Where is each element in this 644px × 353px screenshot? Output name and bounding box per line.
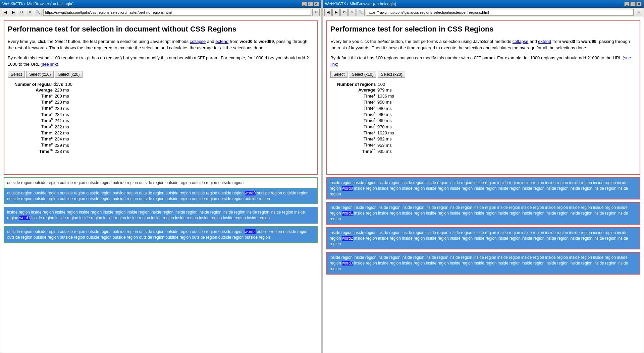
time9-value-left: 229 ms [55,143,69,148]
time7-row-left: Time7 232 ms [14,130,314,135]
forward-btn-right[interactable]: ▶ [332,9,340,16]
see-link-right[interactable]: see link [330,55,631,67]
word0-left: word0 [240,39,253,44]
forward-btn-left[interactable]: ▶ [10,9,17,16]
time9-row-right: Time9 953 ms [337,142,636,148]
average-label-right: Average [337,87,377,93]
browser-content-left: Performance test for selection in docume… [0,17,321,353]
time9-label-left: Time9 [14,142,55,148]
maximize-btn-right[interactable]: □ [630,2,636,6]
search-btn-right[interactable]: 🔍 [357,9,365,16]
url-input-left[interactable] [45,10,309,14]
reload-btn-right[interactable]: ↺ [340,9,348,16]
word2-highlight-right: word2 [342,236,353,241]
time2-label-left: Time2 [14,99,55,105]
time3-row-left: Time3 230 ms [14,105,314,111]
outside-text-left: outside region outside region outside re… [7,191,245,195]
time10-label-left: Time10 [14,149,55,154]
get-code-left: GET [198,56,205,60]
select-btn-right[interactable]: Select [330,71,347,78]
number-row-right: Number of regions 100 [337,82,636,87]
search-btn-left[interactable]: 🔍 [34,9,42,16]
select10-btn-right[interactable]: Select (x10) [349,71,376,78]
time1-row-right: Time1 1036 ms [337,93,636,99]
time4-value-left: 234 ms [55,112,69,117]
region-outside-0-blue-left: outside region outside region outside re… [4,188,318,204]
time3-value-left: 230 ms [55,106,69,111]
time2-label-right: Time2 [337,99,377,105]
number-row-left: Number of regular divs 100 [14,82,314,87]
time1-row-left: Time1 200 ms [14,93,314,99]
go-btn-left[interactable]: ↩ [312,9,320,16]
back-btn-right[interactable]: ◀ [324,9,332,16]
time10-row-left: Time10 223 ms [14,149,314,154]
time1-value-right: 1036 ms [377,94,394,99]
page-outer-left: Performance test for selection in docume… [4,20,318,175]
back-btn-left[interactable]: ◀ [2,9,9,16]
collapse-link-right[interactable]: collapse [513,39,529,44]
time10-value-right: 935 ms [377,149,392,154]
time6-row-right: Time6 970 ms [337,124,636,129]
divs-code-left: divs [76,56,86,60]
region-outside-0-left: outside region outside region outside re… [4,177,318,188]
select-btn-left[interactable]: Select [8,71,25,78]
number-label-left: Number of regular divs [14,82,65,87]
time8-value-left: 234 ms [55,136,69,141]
time3-value-right: 980 ms [377,106,392,111]
average-value-left: 228 ms [55,87,69,93]
select20-btn-left[interactable]: Select (x20) [55,71,83,78]
close-btn-right[interactable]: ✕ [636,2,642,6]
region-3-right: inside region inside region inside regio… [326,252,640,274]
word2-highlight-left: word2 [245,229,256,234]
time5-label-right: Time5 [337,118,377,123]
url-input-right[interactable] [368,10,632,14]
minimize-btn-right[interactable]: _ [624,2,630,6]
extend-link-left[interactable]: extend [215,39,228,44]
title-bar-right: WebKitGTK+ MiniBrowser (on balcagia) _ □… [323,0,644,8]
region-1-right: inside region inside region inside regio… [326,202,640,224]
stats-right: Number of regions 100 Average 979 ms Tim… [337,82,636,154]
time8-value-right: 982 ms [377,136,392,141]
time5-label-left: Time5 [14,118,55,123]
select10-btn-left[interactable]: Select (x10) [26,71,54,78]
word99-left: word99 [259,39,274,44]
reload-btn-left[interactable]: ↺ [18,9,25,16]
page-desc2-left: By default this test has 100 regular div… [8,55,314,68]
see-link-left[interactable]: see link [42,62,57,67]
stats-left: Number of regular divs 100 Average 228 m… [14,82,314,154]
time2-row-left: Time2 228 ms [14,99,314,105]
time8-label-left: Time8 [14,136,55,141]
time4-label-right: Time4 [337,112,377,117]
regions-right: inside region inside region inside regio… [326,177,640,275]
select-italic-right: Select [377,39,389,44]
stop-btn-left[interactable]: ✕ [26,9,33,16]
average-row-right: Average 979 ms [337,87,636,93]
minimize-btn-left[interactable]: _ [302,2,307,6]
time5-row-right: Time5 969 ms [337,118,636,123]
close-btn-left[interactable]: ✕ [314,2,319,6]
time1-label-right: Time1 [337,93,377,99]
time6-value-right: 970 ms [377,124,392,129]
word1-highlight-left: word1 [19,216,31,220]
extend-link-right[interactable]: extend [538,39,551,44]
select20-btn-right[interactable]: Select (x20) [378,71,405,78]
divs2-code-left: divs [265,56,274,60]
time8-row-left: Time8 234 ms [14,136,314,141]
average-row-left: Average 228 ms [14,87,314,93]
maximize-btn-left[interactable]: □ [308,2,313,6]
time9-value-right: 953 ms [377,143,392,148]
time6-label-left: Time6 [14,124,55,129]
time2-value-right: 958 ms [377,100,392,105]
collapse-link-left[interactable]: collapse [190,39,206,44]
time6-value-left: 232 ms [55,124,69,129]
time7-value-left: 232 ms [55,130,69,135]
time4-value-right: 990 ms [377,112,392,117]
region-inside-1-left: inside region inside region inside regio… [4,207,318,224]
browser-window-right: WebKitGTK+ MiniBrowser (on balcagia) _ □… [323,0,644,353]
average-label-left: Average [14,87,55,93]
address-bar-right[interactable] [366,9,634,16]
address-bar-left[interactable] [43,9,311,16]
go-btn-right[interactable]: ↩ [635,9,642,16]
stop-btn-right[interactable]: ✕ [348,9,356,16]
time3-label-right: Time3 [337,105,377,111]
